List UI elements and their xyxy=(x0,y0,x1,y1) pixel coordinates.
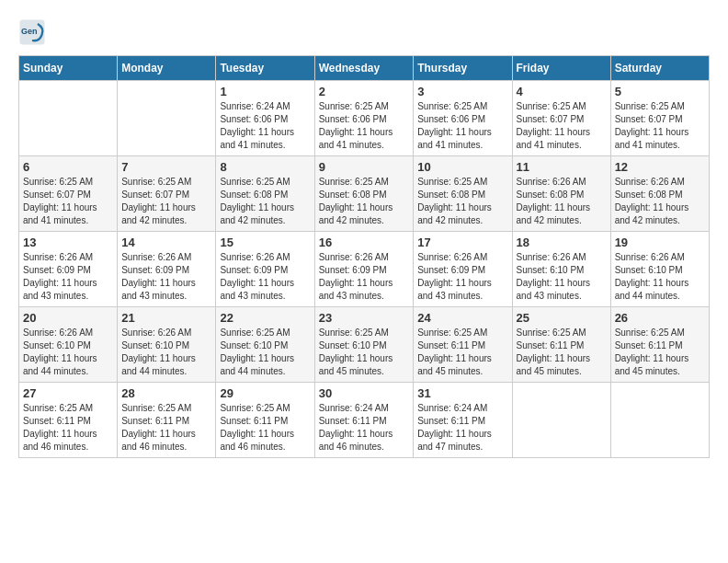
day-info: Sunrise: 6:24 AM Sunset: 6:11 PM Dayligh… xyxy=(319,402,410,454)
weekday-header-row: SundayMondayTuesdayWednesdayThursdayFrid… xyxy=(19,56,710,81)
day-number: 25 xyxy=(517,311,607,325)
day-info: Sunrise: 6:25 AM Sunset: 6:06 PM Dayligh… xyxy=(319,100,410,152)
day-info: Sunrise: 6:26 AM Sunset: 6:10 PM Dayligh… xyxy=(615,251,705,303)
weekday-header: Wednesday xyxy=(314,56,414,81)
logo: Gen xyxy=(18,18,50,46)
day-number: 12 xyxy=(615,160,705,174)
day-info: Sunrise: 6:25 AM Sunset: 6:07 PM Dayligh… xyxy=(517,100,607,152)
day-number: 8 xyxy=(220,160,310,174)
weekday-header: Friday xyxy=(512,56,610,81)
day-number: 18 xyxy=(517,236,607,249)
calendar-cell: 26Sunrise: 6:25 AM Sunset: 6:11 PM Dayli… xyxy=(610,307,709,383)
calendar-cell: 11Sunrise: 6:26 AM Sunset: 6:08 PM Dayli… xyxy=(512,156,610,232)
calendar-cell xyxy=(19,81,118,156)
day-info: Sunrise: 6:26 AM Sunset: 6:09 PM Dayligh… xyxy=(417,251,507,303)
day-info: Sunrise: 6:25 AM Sunset: 6:11 PM Dayligh… xyxy=(517,327,607,378)
calendar-cell: 1Sunrise: 6:24 AM Sunset: 6:06 PM Daylig… xyxy=(216,81,314,156)
day-info: Sunrise: 6:25 AM Sunset: 6:08 PM Dayligh… xyxy=(417,176,507,227)
day-info: Sunrise: 6:26 AM Sunset: 6:09 PM Dayligh… xyxy=(319,251,410,303)
day-number: 13 xyxy=(23,236,113,249)
day-info: Sunrise: 6:25 AM Sunset: 6:11 PM Dayligh… xyxy=(417,327,507,378)
day-number: 17 xyxy=(417,236,507,249)
weekday-header: Saturday xyxy=(610,56,709,81)
calendar-cell: 2Sunrise: 6:25 AM Sunset: 6:06 PM Daylig… xyxy=(314,81,414,156)
day-number: 5 xyxy=(615,85,705,98)
calendar-cell: 5Sunrise: 6:25 AM Sunset: 6:07 PM Daylig… xyxy=(610,81,709,156)
day-info: Sunrise: 6:25 AM Sunset: 6:11 PM Dayligh… xyxy=(615,327,705,378)
day-info: Sunrise: 6:26 AM Sunset: 6:08 PM Dayligh… xyxy=(615,176,705,227)
day-info: Sunrise: 6:25 AM Sunset: 6:10 PM Dayligh… xyxy=(319,327,410,378)
day-number: 28 xyxy=(121,386,211,400)
day-info: Sunrise: 6:24 AM Sunset: 6:06 PM Dayligh… xyxy=(220,100,310,152)
calendar-cell: 20Sunrise: 6:26 AM Sunset: 6:10 PM Dayli… xyxy=(19,307,118,383)
calendar-cell: 12Sunrise: 6:26 AM Sunset: 6:08 PM Dayli… xyxy=(610,156,709,232)
day-number: 31 xyxy=(417,386,507,400)
calendar-cell: 7Sunrise: 6:25 AM Sunset: 6:07 PM Daylig… xyxy=(118,156,216,232)
day-info: Sunrise: 6:25 AM Sunset: 6:11 PM Dayligh… xyxy=(220,402,310,454)
calendar-cell: 17Sunrise: 6:26 AM Sunset: 6:09 PM Dayli… xyxy=(414,232,512,307)
day-info: Sunrise: 6:26 AM Sunset: 6:09 PM Dayligh… xyxy=(23,251,113,303)
day-info: Sunrise: 6:26 AM Sunset: 6:10 PM Dayligh… xyxy=(23,327,113,378)
calendar-cell: 24Sunrise: 6:25 AM Sunset: 6:11 PM Dayli… xyxy=(414,307,512,383)
weekday-header: Sunday xyxy=(19,56,118,81)
day-number: 30 xyxy=(319,386,410,400)
day-number: 9 xyxy=(319,160,410,174)
calendar-cell: 4Sunrise: 6:25 AM Sunset: 6:07 PM Daylig… xyxy=(512,81,610,156)
calendar-cell: 28Sunrise: 6:25 AM Sunset: 6:11 PM Dayli… xyxy=(118,383,216,458)
day-number: 22 xyxy=(220,311,310,325)
calendar-cell: 25Sunrise: 6:25 AM Sunset: 6:11 PM Dayli… xyxy=(512,307,610,383)
day-number: 2 xyxy=(319,85,410,98)
day-number: 10 xyxy=(417,160,507,174)
calendar-cell: 9Sunrise: 6:25 AM Sunset: 6:08 PM Daylig… xyxy=(314,156,414,232)
day-number: 7 xyxy=(121,160,211,174)
calendar-cell: 29Sunrise: 6:25 AM Sunset: 6:11 PM Dayli… xyxy=(216,383,314,458)
weekday-header: Monday xyxy=(118,56,216,81)
calendar-cell: 18Sunrise: 6:26 AM Sunset: 6:10 PM Dayli… xyxy=(512,232,610,307)
day-info: Sunrise: 6:25 AM Sunset: 6:10 PM Dayligh… xyxy=(220,327,310,378)
day-info: Sunrise: 6:25 AM Sunset: 6:07 PM Dayligh… xyxy=(23,176,113,227)
day-number: 24 xyxy=(417,311,507,325)
day-info: Sunrise: 6:26 AM Sunset: 6:09 PM Dayligh… xyxy=(121,251,211,303)
day-number: 20 xyxy=(23,311,113,325)
day-info: Sunrise: 6:25 AM Sunset: 6:11 PM Dayligh… xyxy=(23,402,113,454)
day-number: 15 xyxy=(220,236,310,249)
calendar-week-row: 13Sunrise: 6:26 AM Sunset: 6:09 PM Dayli… xyxy=(19,232,710,307)
day-number: 27 xyxy=(23,386,113,400)
day-info: Sunrise: 6:26 AM Sunset: 6:10 PM Dayligh… xyxy=(121,327,211,378)
calendar-week-row: 20Sunrise: 6:26 AM Sunset: 6:10 PM Dayli… xyxy=(19,307,710,383)
day-number: 6 xyxy=(23,160,113,174)
calendar-cell: 10Sunrise: 6:25 AM Sunset: 6:08 PM Dayli… xyxy=(414,156,512,232)
day-number: 4 xyxy=(517,85,607,98)
weekday-header: Thursday xyxy=(414,56,512,81)
calendar-cell: 8Sunrise: 6:25 AM Sunset: 6:08 PM Daylig… xyxy=(216,156,314,232)
calendar-cell: 6Sunrise: 6:25 AM Sunset: 6:07 PM Daylig… xyxy=(19,156,118,232)
calendar-cell: 22Sunrise: 6:25 AM Sunset: 6:10 PM Dayli… xyxy=(216,307,314,383)
calendar-cell: 14Sunrise: 6:26 AM Sunset: 6:09 PM Dayli… xyxy=(118,232,216,307)
calendar-cell: 16Sunrise: 6:26 AM Sunset: 6:09 PM Dayli… xyxy=(314,232,414,307)
day-number: 21 xyxy=(121,311,211,325)
calendar-cell: 23Sunrise: 6:25 AM Sunset: 6:10 PM Dayli… xyxy=(314,307,414,383)
calendar-cell: 27Sunrise: 6:25 AM Sunset: 6:11 PM Dayli… xyxy=(19,383,118,458)
calendar-week-row: 1Sunrise: 6:24 AM Sunset: 6:06 PM Daylig… xyxy=(19,81,710,156)
day-info: Sunrise: 6:25 AM Sunset: 6:08 PM Dayligh… xyxy=(319,176,410,227)
calendar-week-row: 6Sunrise: 6:25 AM Sunset: 6:07 PM Daylig… xyxy=(19,156,710,232)
calendar-cell: 19Sunrise: 6:26 AM Sunset: 6:10 PM Dayli… xyxy=(610,232,709,307)
day-info: Sunrise: 6:26 AM Sunset: 6:09 PM Dayligh… xyxy=(220,251,310,303)
svg-text:Gen: Gen xyxy=(21,27,38,36)
day-info: Sunrise: 6:25 AM Sunset: 6:07 PM Dayligh… xyxy=(121,176,211,227)
day-number: 19 xyxy=(615,236,705,249)
weekday-header: Tuesday xyxy=(216,56,314,81)
calendar-cell: 15Sunrise: 6:26 AM Sunset: 6:09 PM Dayli… xyxy=(216,232,314,307)
day-number: 29 xyxy=(220,386,310,400)
day-info: Sunrise: 6:26 AM Sunset: 6:08 PM Dayligh… xyxy=(517,176,607,227)
day-number: 16 xyxy=(319,236,410,249)
calendar-cell: 13Sunrise: 6:26 AM Sunset: 6:09 PM Dayli… xyxy=(19,232,118,307)
day-info: Sunrise: 6:26 AM Sunset: 6:10 PM Dayligh… xyxy=(517,251,607,303)
day-number: 14 xyxy=(121,236,211,249)
day-info: Sunrise: 6:24 AM Sunset: 6:11 PM Dayligh… xyxy=(417,402,507,454)
day-info: Sunrise: 6:25 AM Sunset: 6:07 PM Dayligh… xyxy=(615,100,705,152)
day-info: Sunrise: 6:25 AM Sunset: 6:11 PM Dayligh… xyxy=(121,402,211,454)
page-header: Gen xyxy=(18,18,710,46)
logo-icon: Gen xyxy=(18,18,46,46)
day-number: 11 xyxy=(517,160,607,174)
